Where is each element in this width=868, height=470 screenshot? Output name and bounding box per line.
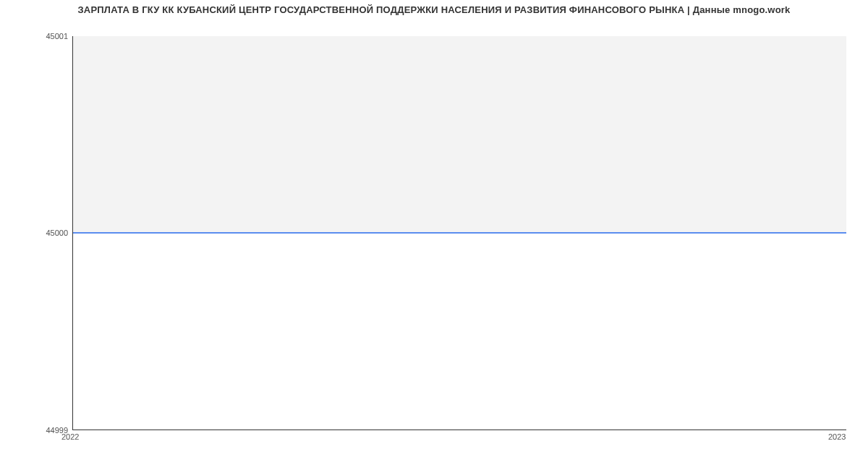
- y-tick-top: 45001: [25, 32, 68, 40]
- chart-title: ЗАРПЛАТА В ГКУ КК КУБАНСКИЙ ЦЕНТР ГОСУДА…: [0, 4, 868, 15]
- x-tick-end: 2023: [828, 432, 846, 441]
- y-tick-middle: 45000: [25, 228, 68, 237]
- series-line: [73, 232, 846, 234]
- area-fill: [73, 36, 846, 233]
- plot-area: [72, 36, 846, 430]
- salary-line-chart: ЗАРПЛАТА В ГКУ КК КУБАНСКИЙ ЦЕНТР ГОСУДА…: [0, 0, 868, 470]
- x-tick-start: 2022: [61, 432, 79, 441]
